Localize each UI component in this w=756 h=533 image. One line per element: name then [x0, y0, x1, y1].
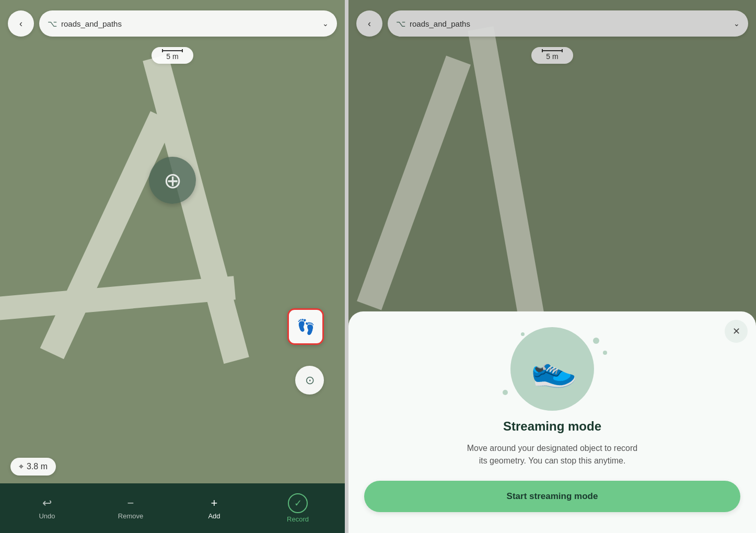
scale-indicator: 5 m [152, 47, 193, 64]
chevron-down-icon: ⌄ [322, 19, 329, 28]
decoration-dot-1 [593, 338, 599, 344]
back-icon: ‹ [19, 18, 22, 29]
record-circle: ✓ [288, 493, 308, 513]
shoe-icon: 👟 [526, 344, 578, 394]
left-map-panel: ‹ ⌥ roads_and_paths ⌄ 5 m ⊕ 👣 ⊙ ⌖ 3.8 m … [0, 0, 345, 533]
distance-icon: ⌖ [19, 462, 24, 471]
toolbar-record[interactable]: ✓ Record [280, 493, 316, 523]
start-streaming-label: Start streaming mode [507, 491, 598, 502]
decoration-dot-2 [603, 351, 607, 355]
gps-icon: ⊙ [305, 374, 315, 387]
modal-close-button[interactable]: ✕ [725, 320, 748, 343]
layer-selector[interactable]: ⌥ roads_and_paths ⌄ [39, 10, 337, 37]
target-button[interactable]: ⊕ [149, 157, 196, 204]
top-bar: ‹ ⌥ roads_and_paths ⌄ [8, 10, 337, 37]
footsteps-button[interactable]: 👣 [287, 308, 324, 345]
start-streaming-button[interactable]: Start streaming mode [364, 481, 740, 512]
crosshair-icon: ⊕ [164, 168, 182, 193]
toolbar-remove[interactable]: − Remove [112, 496, 149, 520]
remove-icon: − [127, 496, 134, 510]
toolbar-add[interactable]: + Add [196, 496, 232, 520]
add-icon: + [211, 496, 218, 510]
remove-label: Remove [118, 512, 143, 520]
modal-description: Move around your designated object to re… [463, 442, 641, 467]
layer-name-label: roads_and_paths [61, 19, 318, 28]
record-label: Record [287, 515, 309, 523]
distance-badge: ⌖ 3.8 m [10, 458, 56, 476]
undo-label: Undo [39, 512, 55, 520]
decoration-dot-3 [503, 390, 508, 395]
scale-line [162, 50, 183, 51]
scale-label: 5 m [166, 52, 178, 61]
modal-overlay: ✕ 👟 Streaming mode Move around your desi… [348, 0, 756, 533]
record-check-icon: ✓ [294, 497, 302, 509]
back-button[interactable]: ‹ [8, 10, 34, 37]
right-map-panel: ‹ ⌥ roads_and_paths ⌄ 5 m ✕ 👟 [348, 0, 756, 533]
modal-title: Streaming mode [503, 419, 601, 434]
panel-divider [345, 0, 348, 533]
distance-value: 3.8 m [27, 462, 48, 471]
gps-button[interactable]: ⊙ [295, 366, 324, 395]
add-label: Add [208, 512, 220, 520]
modal-illustration: 👟 [510, 327, 594, 411]
layer-icon: ⌥ [48, 19, 57, 29]
bottom-toolbar: ↩ Undo − Remove + Add ✓ Record [0, 483, 345, 533]
streaming-mode-modal: ✕ 👟 Streaming mode Move around your desi… [348, 311, 756, 533]
decoration-dot-4 [521, 332, 525, 336]
toolbar-undo[interactable]: ↩ Undo [29, 496, 65, 520]
close-icon: ✕ [732, 326, 740, 337]
undo-icon: ↩ [42, 496, 52, 510]
footsteps-icon: 👣 [297, 318, 315, 335]
scale-bar [162, 50, 183, 51]
